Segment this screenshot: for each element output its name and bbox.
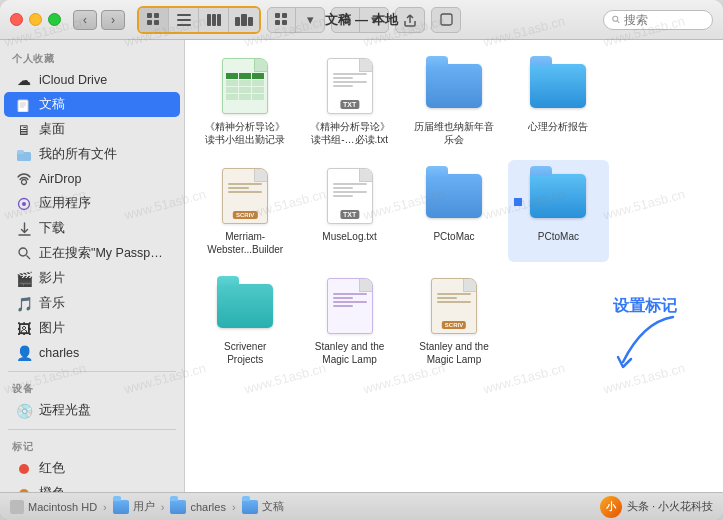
- file-label: Stanley and the Magic Lamp: [414, 340, 494, 366]
- view-list-button[interactable]: [169, 8, 199, 32]
- sidebar-item-airdrop[interactable]: AirDrop: [4, 167, 180, 191]
- breadcrumb-item-users[interactable]: 用户: [113, 499, 155, 514]
- sidebar-divider-2: [8, 429, 176, 430]
- desktop-icon: 🖥: [16, 122, 32, 138]
- svg-rect-16: [282, 20, 287, 25]
- sidebar-item-desktop[interactable]: 🖥 桌面: [4, 117, 180, 142]
- sidebar-item-music[interactable]: 🎵 音乐: [4, 291, 180, 316]
- applications-icon: [16, 196, 32, 212]
- sidebar-item-documents[interactable]: 文稿: [4, 92, 180, 117]
- window-title: 文稿 — 本地: [325, 11, 397, 29]
- file-item[interactable]: Scrivener Projects: [195, 270, 295, 372]
- sidebar-item-search-passport[interactable]: 正在搜索"My Passport": [4, 241, 180, 266]
- breadcrumb-label: Macintosh HD: [28, 501, 97, 513]
- svg-rect-12: [248, 17, 253, 26]
- movies-icon: 🎬: [16, 271, 32, 287]
- view-columns-button[interactable]: [199, 8, 229, 32]
- blue-dot-indicator: [514, 198, 522, 206]
- file-icon: TXT: [320, 166, 380, 226]
- sidebar-item-remote-disk[interactable]: 💿 远程光盘: [4, 398, 180, 423]
- sidebar-item-label: 下载: [39, 220, 168, 237]
- file-item[interactable]: PCtoMac: [404, 160, 504, 262]
- file-icon: [424, 56, 484, 116]
- sidebar-item-all-files[interactable]: 我的所有文件: [4, 142, 180, 167]
- breadcrumb-sep: ›: [161, 501, 165, 513]
- arrange-dropdown-button[interactable]: ▾: [296, 8, 324, 32]
- file-label: PCtoMac: [538, 230, 579, 243]
- file-item[interactable]: TXT MuseLog.txt: [299, 160, 399, 262]
- breadcrumb-item-documents[interactable]: 文稿: [242, 499, 284, 514]
- file-icon: SCRIV: [215, 166, 275, 226]
- file-label: MuseLog.txt: [322, 230, 376, 243]
- svg-rect-7: [207, 14, 211, 26]
- svg-rect-13: [275, 13, 280, 18]
- folder-teal-shape: [217, 284, 273, 328]
- sidebar-item-movies[interactable]: 🎬 影片: [4, 266, 180, 291]
- file-item[interactable]: SCRIV Stanley and the Magic Lamp: [404, 270, 504, 372]
- sidebar-item-downloads[interactable]: 下载: [4, 216, 180, 241]
- share-button[interactable]: [396, 8, 424, 32]
- finder-window: ‹ ›: [0, 0, 723, 520]
- file-label: 《精神分析导论》读书小组出勤记录: [205, 120, 285, 146]
- sidebar-item-charles[interactable]: 👤 charles: [4, 341, 180, 365]
- view-coverflow-button[interactable]: [229, 8, 259, 32]
- sidebar-item-applications[interactable]: 应用程序: [4, 191, 180, 216]
- file-label: Stanley and the Magic Lamp: [310, 340, 390, 366]
- sidebar-item-label: charles: [39, 346, 168, 360]
- file-icon: [215, 276, 275, 336]
- svg-point-30: [19, 248, 27, 256]
- sidebar-item-label: 应用程序: [39, 195, 168, 212]
- sidebar-item-icloud-drive[interactable]: ☁ iCloud Drive: [4, 68, 180, 92]
- arrange-button[interactable]: [268, 8, 296, 32]
- file-item[interactable]: 心理分析报告: [508, 50, 608, 152]
- sidebar-item-label: 红色: [39, 460, 168, 477]
- minimize-button[interactable]: [29, 13, 42, 26]
- sidebar-item-label: 我的所有文件: [39, 146, 168, 163]
- file-label: 《精神分析导论》读书组-…必读.txt: [310, 120, 390, 146]
- maximize-button[interactable]: [48, 13, 61, 26]
- arrange-group: ▾: [267, 7, 325, 33]
- file-item-empty: [613, 50, 713, 152]
- breadcrumb-item-charles[interactable]: charles: [170, 500, 225, 514]
- file-item[interactable]: TXT 《精神分析导论》读书组-…必读.txt: [299, 50, 399, 152]
- downloads-icon: [16, 221, 32, 237]
- scriv-icon-shape: SCRIV: [222, 168, 268, 224]
- back-button[interactable]: ‹: [73, 10, 97, 30]
- nav-buttons: ‹ ›: [73, 10, 125, 30]
- tag-red-icon: [16, 461, 32, 477]
- file-item-selected[interactable]: PCtoMac: [508, 160, 608, 262]
- file-label: Merriam-Webster...Builder: [205, 230, 285, 256]
- scriv-badge: SCRIV: [442, 321, 466, 329]
- svg-point-28: [22, 202, 26, 206]
- file-item[interactable]: SCRIV Merriam-Webster...Builder: [195, 160, 295, 262]
- edit-group: [431, 7, 461, 33]
- file-item[interactable]: Stanley and the Magic Lamp: [299, 270, 399, 372]
- sidebar-item-tag-orange[interactable]: 橙色: [4, 481, 180, 492]
- svg-rect-20: [18, 100, 28, 112]
- airdrop-label: AirDrop: [39, 172, 168, 186]
- search-box[interactable]: [603, 10, 713, 30]
- file-item[interactable]: 历届维也纳新年音乐会: [404, 50, 504, 152]
- tags-label: 标记: [0, 436, 184, 456]
- sidebar-item-label: 远程光盘: [39, 402, 168, 419]
- txt-icon-shape: TXT: [327, 168, 373, 224]
- edit-button[interactable]: [432, 8, 460, 32]
- file-label: 历届维也纳新年音乐会: [414, 120, 494, 146]
- airdrop-icon: [16, 171, 32, 187]
- sidebar-item-tag-red[interactable]: 红色: [4, 456, 180, 481]
- forward-button[interactable]: ›: [101, 10, 125, 30]
- file-item[interactable]: 《精神分析导论》读书小组出勤记录: [195, 50, 295, 152]
- file-icon: [528, 56, 588, 116]
- hd-icon: [10, 500, 24, 514]
- svg-rect-17: [441, 14, 452, 25]
- sidebar-item-pictures[interactable]: 🖼 图片: [4, 316, 180, 341]
- toolbar-right: [603, 10, 713, 30]
- view-grid-button[interactable]: [139, 8, 169, 32]
- search-input[interactable]: [624, 13, 704, 27]
- close-button[interactable]: [10, 13, 23, 26]
- folder-small-icon: [113, 500, 129, 514]
- file-grid: 《精神分析导论》读书小组出勤记录 TXT: [195, 50, 713, 372]
- sidebar-item-label: 音乐: [39, 295, 168, 312]
- folder-icon-shape: [426, 174, 482, 218]
- breadcrumb-item-hd[interactable]: Macintosh HD: [10, 500, 97, 514]
